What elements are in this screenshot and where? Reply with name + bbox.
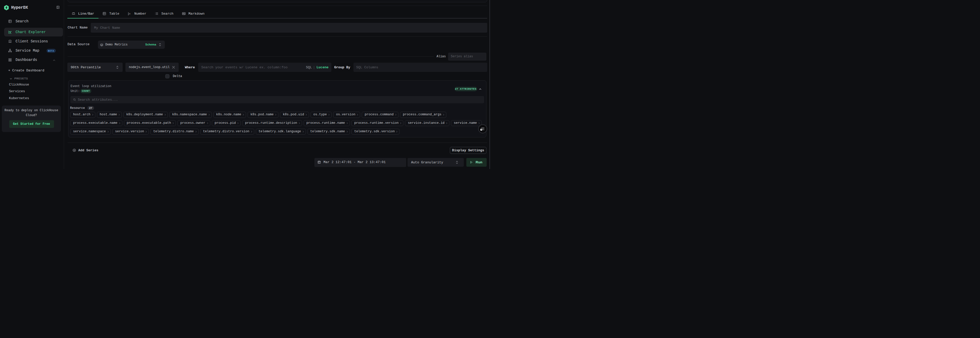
- svg-text:2: 2: [128, 14, 129, 16]
- svg-text:3: 3: [129, 13, 130, 15]
